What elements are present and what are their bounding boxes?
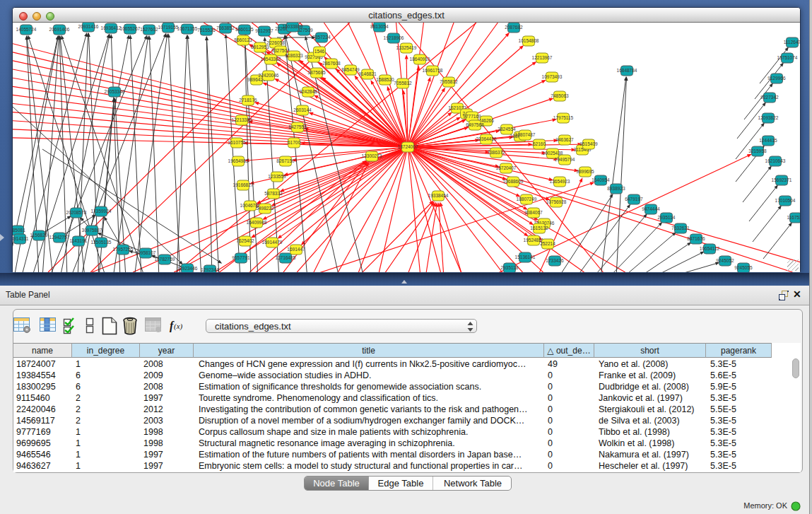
svg-text:17010504: 17010504 [775, 198, 796, 203]
svg-text:9312957: 9312957 [255, 28, 273, 33]
svg-text:1546: 1546 [314, 49, 325, 54]
svg-text:2603144: 2603144 [293, 107, 312, 112]
svg-text:1615132: 1615132 [530, 226, 548, 230]
svg-text:8454749: 8454749 [341, 67, 360, 72]
svg-text:16848784: 16848784 [617, 68, 637, 73]
svg-text:1156829: 1156829 [30, 233, 48, 238]
svg-text:1112647: 1112647 [784, 40, 800, 45]
svg-text:17975115: 17975115 [553, 115, 574, 120]
svg-text:20931416: 20931416 [78, 24, 99, 29]
svg-text:9515409: 9515409 [579, 141, 598, 146]
svg-text:8267150: 8267150 [276, 158, 295, 163]
svg-text:18640910: 18640910 [410, 57, 430, 62]
svg-text:2935118: 2935118 [501, 265, 519, 270]
svg-text:19166827: 19166827 [233, 182, 254, 187]
svg-text:62160: 62160 [533, 141, 546, 146]
svg-text:8912953: 8912953 [251, 45, 269, 49]
svg-text:1244415: 1244415 [759, 138, 777, 143]
svg-text:1691447: 1691447 [287, 247, 305, 252]
svg-text:5498222: 5498222 [256, 206, 274, 211]
svg-text:7357224: 7357224 [312, 35, 331, 40]
svg-text:12923446: 12923446 [177, 266, 198, 271]
svg-text:9245055: 9245055 [734, 265, 753, 270]
svg-text:6479197: 6479197 [625, 197, 643, 201]
svg-text:1640954: 1640954 [592, 177, 610, 182]
svg-text:1167534: 1167534 [787, 215, 800, 220]
svg-text:7663852: 7663852 [216, 25, 235, 30]
svg-text:8186323: 8186323 [285, 53, 303, 58]
svg-text:10719155: 10719155 [158, 25, 179, 30]
svg-text:1610755: 1610755 [228, 140, 246, 145]
svg-text:18724007: 18724007 [398, 144, 418, 149]
svg-text:20364436: 20364436 [476, 136, 497, 141]
svg-text:8660123: 8660123 [234, 37, 252, 42]
svg-text:10543362: 10543362 [261, 57, 281, 62]
svg-text:10958107: 10958107 [136, 250, 156, 255]
svg-text:2087682: 2087682 [505, 25, 523, 30]
svg-text:16409948: 16409948 [247, 220, 267, 225]
svg-text:9474444: 9474444 [642, 206, 660, 211]
svg-text:8471676: 8471676 [687, 236, 705, 241]
svg-text:9245052: 9245052 [716, 258, 734, 263]
svg-text:15136141: 15136141 [515, 255, 536, 259]
svg-text:9242848: 9242848 [299, 89, 317, 94]
svg-text:1143191: 1143191 [70, 238, 88, 243]
svg-text:16210643: 16210643 [765, 158, 786, 163]
svg-text:12093822: 12093822 [758, 115, 779, 120]
svg-text:12213967: 12213967 [532, 55, 553, 60]
svg-text:7386372: 7386372 [487, 150, 505, 155]
svg-text:19495794: 19495794 [555, 157, 575, 162]
svg-text:13716485: 13716485 [276, 255, 296, 260]
svg-text:9146821: 9146821 [358, 71, 377, 76]
svg-text:8460125: 8460125 [235, 27, 254, 32]
svg-text:9384067: 9384067 [524, 210, 543, 215]
svg-text:2935114: 2935114 [658, 215, 676, 220]
svg-text:12505135: 12505135 [91, 240, 112, 245]
svg-text:7515526: 7515526 [197, 28, 216, 33]
svg-text:18807249: 18807249 [517, 197, 537, 201]
svg-text:14055724: 14055724 [16, 27, 37, 32]
svg-text:3215958: 3215958 [748, 148, 767, 153]
svg-text:13325419: 13325419 [396, 45, 417, 50]
svg-text:10154808: 10154808 [519, 38, 539, 43]
svg-text:12213383: 12213383 [232, 117, 252, 122]
svg-text:10654112: 10654112 [700, 246, 720, 251]
svg-text:3875685: 3875685 [307, 70, 326, 75]
svg-text:30975887: 30975887 [82, 228, 102, 233]
svg-text:9227342: 9227342 [760, 95, 779, 100]
svg-text:29053346: 29053346 [105, 89, 125, 94]
svg-text:(x): (x) [174, 322, 183, 331]
svg-text:61700: 61700 [288, 140, 300, 145]
svg-text:5878332: 5878332 [264, 191, 283, 196]
svg-text:9463627: 9463627 [555, 137, 574, 142]
svg-text:17359924: 17359924 [91, 209, 112, 214]
svg-text:19338454: 19338454 [428, 193, 449, 198]
svg-text:1233559: 1233559 [268, 174, 286, 179]
svg-text:1292344: 1292344 [201, 267, 219, 272]
svg-text:20208578: 20208578 [66, 210, 87, 215]
svg-text:3824554: 3824554 [498, 127, 516, 132]
svg-text:2867608: 2867608 [322, 61, 341, 66]
svg-text:1733426: 1733426 [546, 258, 564, 263]
svg-text:7055812: 7055812 [394, 81, 412, 86]
svg-text:8938923: 8938923 [607, 186, 625, 191]
svg-text:585081: 585081 [13, 228, 25, 233]
svg-text:8813054: 8813054 [370, 24, 389, 29]
svg-text:12942757: 12942757 [49, 235, 70, 240]
svg-text:13654923: 13654923 [550, 179, 570, 184]
svg-text:10807487: 10807487 [515, 132, 536, 137]
svg-text:9899695: 9899695 [576, 169, 594, 174]
svg-text:22420046: 22420046 [259, 73, 279, 78]
svg-text:15720407: 15720407 [496, 165, 517, 170]
svg-text:16914479: 16914479 [262, 240, 283, 245]
svg-text:2226058: 2226058 [266, 40, 285, 45]
svg-text:16936412: 16936412 [101, 25, 122, 30]
svg-text:1588520: 1588520 [376, 77, 394, 82]
svg-text:17957255: 17957255 [113, 247, 134, 252]
svg-text:15751074: 15751074 [777, 55, 798, 60]
svg-text:9129966: 9129966 [767, 76, 786, 81]
svg-text:3914311: 3914311 [13, 236, 29, 241]
svg-text:16782759: 16782759 [155, 257, 175, 262]
svg-text:10671355: 10671355 [177, 26, 198, 31]
svg-text:7632621: 7632621 [671, 226, 690, 230]
